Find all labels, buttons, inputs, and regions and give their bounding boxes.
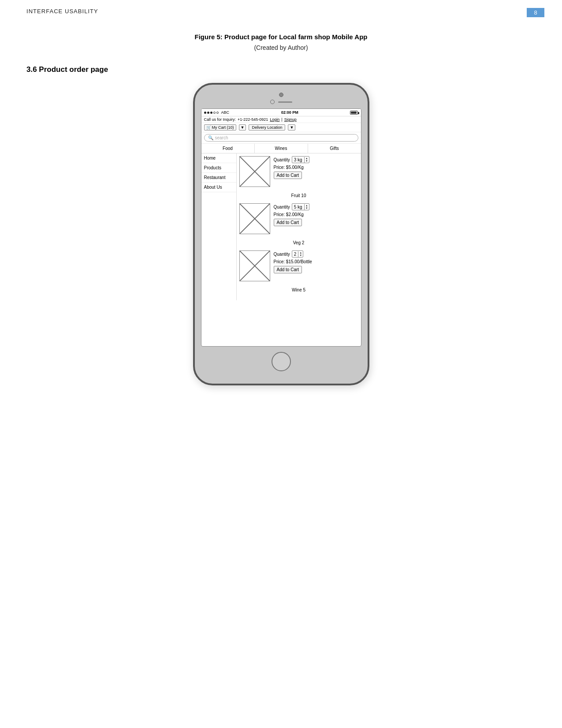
product-image-1 <box>239 156 270 187</box>
quantity-label-3: Quantity <box>274 252 290 257</box>
sidebar-item-aboutus[interactable]: About Us <box>201 183 236 192</box>
delivery-label: Delivery Location <box>252 125 282 130</box>
nav-tabs: Food Wines Gifts <box>201 144 361 153</box>
sidebar-item-restaurant[interactable]: Restaurant <box>201 173 236 183</box>
signal-dot-3 <box>210 112 212 114</box>
product-details-2: Quantity 5 kg ▲ ▼ Price <box>274 203 358 226</box>
product-image-3 <box>239 250 270 281</box>
tab-gifts[interactable]: Gifts <box>308 144 361 153</box>
product-details-3: Quantity 2 ▲ ▼ Price: $ <box>274 250 358 273</box>
sidebar-item-products[interactable]: Products <box>201 163 236 173</box>
product-name-2: Veg 2 <box>239 240 358 245</box>
tab-food[interactable]: Food <box>201 144 255 153</box>
phone-outer: ABC 02:00 PM Call us for Inquiry: +1-222… <box>193 83 369 385</box>
login-link[interactable]: Login <box>270 117 279 122</box>
product-item-1: Quantity 3 kg ▲ ▼ Price <box>239 156 358 198</box>
price-3: Price: $15.00/Bottle <box>274 259 358 264</box>
quantity-arrows-3[interactable]: ▲ ▼ <box>298 251 303 257</box>
delivery-button[interactable]: Delivery Location <box>249 124 285 131</box>
status-dots <box>204 112 219 114</box>
product-item-2: Quantity 5 kg ▲ ▼ Price <box>239 203 358 245</box>
quantity-value-3: 2 <box>292 251 299 257</box>
inquiry-label: Call us for Inquiry: <box>204 117 236 122</box>
product-details-1: Quantity 3 kg ▲ ▼ Price <box>274 156 358 179</box>
quantity-row-3: Quantity 2 ▲ ▼ <box>274 250 358 258</box>
battery-fill <box>351 112 357 114</box>
quantity-arrows-1[interactable]: ▲ ▼ <box>305 157 309 163</box>
phone-bottom <box>201 352 361 371</box>
phone-speaker-row <box>270 100 292 104</box>
cart-button[interactable]: 🛒 My Cart (10) <box>204 124 236 131</box>
product-image-2 <box>239 203 270 234</box>
add-to-cart-1[interactable]: Add to Cart <box>274 172 302 179</box>
price-1: Price: $5.00/Kg <box>274 165 358 170</box>
cart-dropdown[interactable]: ▼ <box>239 124 246 131</box>
product-row-3: Quantity 2 ▲ ▼ Price: $ <box>239 250 358 281</box>
cart-icon: 🛒 <box>206 125 211 130</box>
qty-down-1[interactable]: ▼ <box>305 160 308 162</box>
status-time: 02:00 PM <box>281 110 298 115</box>
quantity-row-2: Quantity 5 kg ▲ ▼ <box>274 203 358 210</box>
add-to-cart-3[interactable]: Add to Cart <box>274 266 302 273</box>
battery-icon <box>350 111 358 115</box>
qty-down-3[interactable]: ▼ <box>299 254 302 257</box>
quantity-input-3[interactable]: 2 ▲ ▼ <box>292 250 304 258</box>
status-bar: ABC 02:00 PM <box>201 109 361 116</box>
signal-dot-4 <box>213 112 216 114</box>
page-number: 8 <box>527 8 544 17</box>
add-to-cart-2[interactable]: Add to Cart <box>274 219 302 226</box>
product-item-3: Quantity 2 ▲ ▼ Price: $ <box>239 250 358 292</box>
tab-wines[interactable]: Wines <box>255 144 308 153</box>
search-icon: 🔍 <box>208 135 213 140</box>
signal-dot-2 <box>207 112 209 114</box>
delivery-dropdown[interactable]: ▼ <box>288 124 295 131</box>
search-input-box[interactable]: 🔍 search <box>204 134 358 142</box>
cart-label: My Cart (10) <box>212 125 234 130</box>
product-row-2: Quantity 5 kg ▲ ▼ Price <box>239 203 358 234</box>
phone-wrapper: ABC 02:00 PM Call us for Inquiry: +1-222… <box>0 83 562 385</box>
placeholder-image-2 <box>240 204 270 234</box>
signal-dot-5 <box>216 112 219 114</box>
camera-icon <box>279 93 283 97</box>
search-bar: 🔍 search <box>201 132 361 144</box>
sidebar-item-home[interactable]: Home <box>201 153 236 163</box>
search-placeholder: search <box>215 135 228 140</box>
placeholder-image-1 <box>240 157 270 187</box>
quantity-arrows-2[interactable]: ▲ ▼ <box>305 204 309 210</box>
figure-caption: Figure 5: Product page for Local farm sh… <box>0 33 562 41</box>
product-name-3: Wine 5 <box>239 287 358 292</box>
header-label: INTERFACE USABILITY <box>26 8 98 15</box>
inquiry-bar: Call us for Inquiry: +1-222-545-0921 Log… <box>201 116 361 123</box>
quantity-row-1: Quantity 3 kg ▲ ▼ <box>274 156 358 163</box>
main-content: Home Products Restaurant About Us <box>201 153 361 300</box>
carrier-label: ABC <box>221 110 230 115</box>
inquiry-phone: +1-222-545-0921 <box>238 117 268 122</box>
signup-link[interactable]: Signup <box>284 117 297 122</box>
quantity-value-1: 3 kg <box>292 157 305 163</box>
speaker-dot <box>270 100 275 104</box>
cart-bar: 🛒 My Cart (10) ▼ Delivery Location ▼ <box>201 123 361 132</box>
price-2: Price: $2.00/Kg <box>274 212 358 217</box>
quantity-label-2: Quantity <box>274 205 290 209</box>
speaker-bar <box>278 101 292 103</box>
figure-sub: (Created by Author) <box>0 44 562 51</box>
quantity-label-1: Quantity <box>274 157 290 162</box>
status-left: ABC <box>204 110 230 115</box>
qty-down-2[interactable]: ▼ <box>305 207 308 209</box>
quantity-input-2[interactable]: 5 kg ▲ ▼ <box>292 203 309 210</box>
placeholder-image-3 <box>240 251 270 281</box>
product-list: Quantity 3 kg ▲ ▼ Price <box>237 153 361 300</box>
product-row-1: Quantity 3 kg ▲ ▼ Price <box>239 156 358 187</box>
phone-top-elements <box>201 93 361 104</box>
home-button[interactable] <box>272 352 291 371</box>
section-heading: 3.6 Product order page <box>26 65 562 74</box>
quantity-input-1[interactable]: 3 kg ▲ ▼ <box>292 156 309 163</box>
side-menu: Home Products Restaurant About Us <box>201 153 237 300</box>
quantity-value-2: 5 kg <box>292 204 305 210</box>
page-header: INTERFACE USABILITY 8 <box>0 0 562 17</box>
phone-screen: ABC 02:00 PM Call us for Inquiry: +1-222… <box>201 108 361 347</box>
signal-dot-1 <box>204 112 206 114</box>
product-name-1: Fruit 10 <box>239 193 358 198</box>
